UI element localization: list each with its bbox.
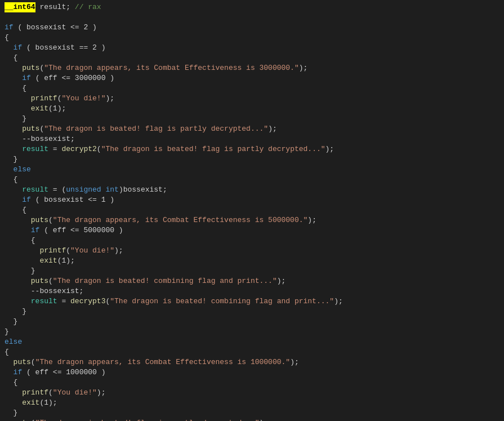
- code-token: = (: [48, 185, 66, 195]
- code-token: [5, 357, 14, 367]
- code-line: if ( eff <= 3000000 ): [0, 73, 504, 83]
- code-line: {: [0, 175, 504, 185]
- code-line: {: [0, 347, 504, 357]
- code-token: "The dragon is beated! flag is partly de…: [101, 144, 325, 154]
- code-token: }: [5, 266, 35, 276]
- code-token: result: [31, 296, 57, 307]
- code-token: --bossexist;: [5, 286, 83, 296]
- code-token: if: [22, 195, 31, 205]
- code-token: "The dragon appears, its Combat Effectiv…: [35, 357, 290, 367]
- code-line: else: [0, 337, 504, 347]
- code-line: exit(1);: [0, 398, 504, 408]
- code-token: [5, 276, 31, 286]
- code-token: [5, 94, 31, 104]
- code-token: decrypt3: [70, 296, 105, 307]
- code-token: [5, 104, 31, 114]
- code-token: unsigned int: [66, 185, 119, 195]
- code-token: exit: [22, 398, 39, 408]
- code-line: puts("The dragon is beated! flag is part…: [0, 124, 504, 134]
- code-token: decrypt2: [61, 144, 96, 154]
- code-editor: __int64 result; // rax if ( bossexist <=…: [0, 0, 504, 421]
- code-token: [5, 215, 31, 225]
- code-line: {: [0, 33, 504, 43]
- code-token: result: [22, 185, 48, 195]
- code-token: ( bossexist <= 1 ): [31, 195, 114, 205]
- code-token: );: [325, 144, 334, 154]
- code-token: );: [268, 124, 277, 134]
- code-token: [5, 388, 22, 398]
- code-token: );: [97, 388, 106, 398]
- code-token: [5, 296, 31, 307]
- code-line: }: [0, 327, 504, 337]
- code-token: (1);: [39, 398, 57, 408]
- code-token: );: [334, 296, 343, 307]
- code-token: ( eff <= 3000000 ): [31, 73, 114, 83]
- code-token: result: [22, 144, 48, 154]
- code-token: {: [5, 175, 17, 185]
- code-token: [5, 165, 14, 175]
- code-line: if ( bossexist <= 2 ): [0, 23, 504, 33]
- code-token: (: [105, 296, 110, 307]
- code-line: }: [0, 154, 504, 165]
- code-line: [0, 12, 504, 23]
- code-token: (: [31, 357, 35, 367]
- code-line: --bossexist;: [0, 286, 504, 296]
- code-line: {: [0, 205, 504, 215]
- code-token: else: [5, 337, 22, 347]
- code-token: "The dragon is beated! combining flag an…: [110, 296, 334, 307]
- code-token: if: [14, 367, 23, 378]
- code-line: }: [0, 114, 504, 124]
- code-token: [5, 43, 14, 53]
- code-token: puts: [22, 124, 39, 134]
- code-token: (: [57, 94, 62, 104]
- code-line: if ( eff <= 1000000 ): [0, 367, 504, 378]
- code-line: }: [0, 408, 504, 418]
- code-token: {: [5, 33, 9, 43]
- code-line: puts("The dragon appears, its Combat Eff…: [0, 63, 504, 73]
- code-line: if ( bossexist <= 1 ): [0, 195, 504, 205]
- code-token: --bossexist;: [5, 134, 75, 144]
- code-line: puts("The dragon appears, its Combat Eff…: [0, 215, 504, 225]
- code-line: }: [0, 266, 504, 276]
- code-token: );: [290, 357, 299, 367]
- code-token: [5, 63, 22, 73]
- code-line: result = (unsigned int)bossexist;: [0, 185, 504, 195]
- code-token: (: [97, 144, 101, 154]
- code-token: "You die!": [70, 246, 114, 256]
- code-token: [5, 195, 22, 205]
- code-token: ( bossexist == 2 ): [22, 43, 105, 53]
- code-token: [5, 398, 22, 408]
- code-token: (: [48, 215, 53, 225]
- code-token: {: [5, 205, 26, 215]
- code-token: [5, 124, 22, 134]
- code-token: (1);: [48, 104, 66, 114]
- code-token: [5, 246, 39, 256]
- code-token: puts: [22, 63, 39, 73]
- code-token: (: [39, 63, 44, 73]
- code-token: }: [5, 307, 26, 317]
- code-line: {: [0, 378, 504, 388]
- code-token: // rax: [75, 2, 101, 12]
- code-line: printf("You die!");: [0, 388, 504, 398]
- code-token: (: [39, 124, 44, 134]
- code-line: exit(1);: [0, 256, 504, 266]
- code-line: }: [0, 317, 504, 327]
- code-token: result;: [35, 2, 75, 12]
- code-token: exit: [31, 104, 48, 114]
- code-token: "The dragon appears, its Combat Effectiv…: [44, 63, 298, 73]
- code-token: "The dragon is beated! flag is partly de…: [35, 418, 260, 421]
- code-token: puts: [31, 215, 48, 225]
- code-token: (: [31, 418, 35, 421]
- code-token: [5, 367, 14, 378]
- code-token: "You die!": [61, 94, 105, 104]
- code-token: }: [5, 327, 9, 337]
- code-token: );: [260, 418, 269, 421]
- code-token: }: [5, 317, 17, 327]
- code-token: [5, 144, 22, 154]
- code-token: puts: [31, 276, 48, 286]
- code-line: printf("You die!");: [0, 94, 504, 104]
- code-token: ( eff <= 1000000 ): [22, 367, 105, 378]
- code-token: }: [5, 408, 17, 418]
- code-token: )bossexist;: [119, 185, 167, 195]
- code-token: );: [105, 94, 114, 104]
